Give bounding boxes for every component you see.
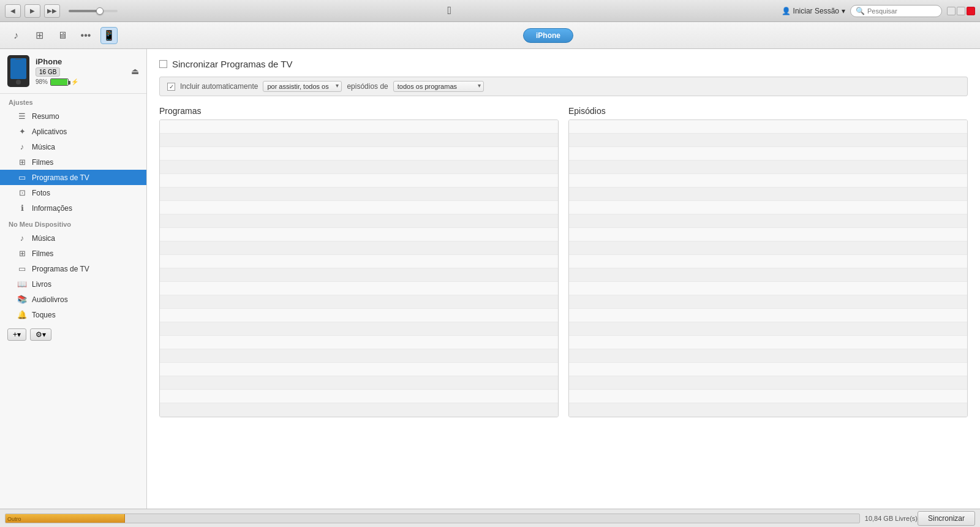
programs-column: Programas xyxy=(159,106,559,417)
list-item[interactable] xyxy=(569,349,967,363)
list-item[interactable] xyxy=(160,376,558,390)
list-item[interactable] xyxy=(160,403,558,417)
list-item[interactable] xyxy=(569,120,967,134)
list-item[interactable] xyxy=(160,268,558,282)
list-item[interactable] xyxy=(160,390,558,403)
maximize-button[interactable] xyxy=(957,7,965,15)
include-auto-checkbox[interactable]: ✓ xyxy=(167,83,175,91)
sidebar-item-fotos[interactable]: ⊡ Fotos xyxy=(0,185,146,200)
list-item[interactable] xyxy=(160,147,558,161)
options-bar: ✓ Incluir automaticamente por assistir, … xyxy=(159,77,968,96)
list-item[interactable] xyxy=(569,268,967,282)
storage-bar-container: Outro 10,84 GB Livre(s) xyxy=(5,514,918,523)
list-item[interactable] xyxy=(569,228,967,241)
more-toolbar-icon[interactable]: ••• xyxy=(77,27,94,44)
signin-button[interactable]: 👤 Iniciar Sessão ▾ xyxy=(782,7,845,15)
list-item[interactable] xyxy=(160,295,558,309)
episodes-type-select[interactable]: por assistir, todos os todos os mais rec… xyxy=(263,81,342,92)
list-item[interactable] xyxy=(160,336,558,349)
list-item[interactable] xyxy=(569,376,967,390)
sidebar-item-resumo[interactable]: ☰ Resumo xyxy=(0,108,146,124)
list-item[interactable] xyxy=(160,161,558,174)
list-item[interactable] xyxy=(569,255,967,268)
status-bar: Outro 10,84 GB Livre(s) Sincronizar xyxy=(0,509,980,527)
grid-toolbar-icon[interactable]: ⊞ xyxy=(31,27,48,44)
list-item[interactable] xyxy=(160,282,558,295)
close-button[interactable] xyxy=(967,7,975,15)
list-item[interactable] xyxy=(569,322,967,336)
sidebar-item-informacoes[interactable]: ℹ Informações xyxy=(0,200,146,216)
play-button[interactable]: ▶ xyxy=(24,4,40,18)
list-item[interactable] xyxy=(569,201,967,214)
settings-button[interactable]: ⚙▾ xyxy=(30,328,51,341)
episodes-type-wrapper[interactable]: por assistir, todos os todos os mais rec… xyxy=(263,81,342,92)
fotos-icon: ⊡ xyxy=(17,188,27,197)
minimize-button[interactable] xyxy=(947,7,956,15)
list-item[interactable] xyxy=(569,282,967,295)
sidebar-item-audiolivros-device[interactable]: 📚 Audiolivros xyxy=(0,292,146,307)
list-item[interactable] xyxy=(160,309,558,322)
search-box[interactable]: 🔍 xyxy=(850,5,942,17)
eject-button[interactable]: ⏏ xyxy=(131,66,139,76)
list-item[interactable] xyxy=(569,241,967,255)
sidebar-item-livros-device[interactable]: 📖 Livros xyxy=(0,276,146,292)
livros-device-icon: 📖 xyxy=(17,279,27,289)
titlebar: ◀ ▶ ▶▶  👤 Iniciar Sessão ▾ 🔍 xyxy=(0,0,980,22)
programs-type-select[interactable]: todos os programas programas selecionado… xyxy=(393,81,484,92)
sidebar-item-programas-tv[interactable]: ▭ Programas de TV xyxy=(0,170,146,185)
list-item[interactable] xyxy=(569,147,967,161)
section-device-label: No Meu Dispositivo xyxy=(0,216,146,230)
sync-checkbox[interactable] xyxy=(159,60,167,68)
list-item[interactable] xyxy=(160,228,558,241)
monitor-toolbar-icon[interactable]: 🖥 xyxy=(54,27,71,44)
sidebar-item-aplicativos[interactable]: ✦ Aplicativos xyxy=(0,124,146,139)
list-item[interactable] xyxy=(160,120,558,134)
list-item[interactable] xyxy=(569,214,967,228)
list-item[interactable] xyxy=(160,241,558,255)
list-item[interactable] xyxy=(569,188,967,201)
device-section: iPhone 16 GB 98% ⚡ ⏏ xyxy=(0,49,146,94)
sidebar-item-filmes-device[interactable]: ⊞ Filmes xyxy=(0,246,146,261)
sidebar-item-musica-device[interactable]: ♪ Música xyxy=(0,230,146,246)
search-input[interactable] xyxy=(867,7,941,15)
device-tab-button[interactable]: iPhone xyxy=(523,28,573,43)
sidebar-item-filmes[interactable]: ⊞ Filmes xyxy=(0,154,146,170)
toques-device-label: Toques xyxy=(32,311,56,319)
storage-outro-segment: Outro xyxy=(6,514,125,523)
device-name: iPhone xyxy=(36,57,125,66)
skip-button[interactable]: ▶▶ xyxy=(44,4,60,18)
list-item[interactable] xyxy=(160,201,558,214)
list-item[interactable] xyxy=(160,322,558,336)
list-item[interactable] xyxy=(160,188,558,201)
list-item[interactable] xyxy=(569,309,967,322)
list-item[interactable] xyxy=(569,174,967,188)
aplicativos-label: Aplicativos xyxy=(32,127,67,136)
include-auto-label: Incluir automaticamente xyxy=(180,82,258,91)
list-item[interactable] xyxy=(160,363,558,376)
section-ajustes-label: Ajustes xyxy=(0,94,146,108)
window-controls xyxy=(947,7,975,15)
volume-slider[interactable] xyxy=(69,10,118,12)
add-button[interactable]: +▾ xyxy=(7,328,26,341)
columns-container: Programas Episódios xyxy=(159,106,968,417)
programs-type-wrapper[interactable]: todos os programas programas selecionado… xyxy=(393,81,484,92)
sidebar-item-musica[interactable]: ♪ Música xyxy=(0,139,146,154)
list-item[interactable] xyxy=(160,174,558,188)
list-item[interactable] xyxy=(160,134,558,147)
list-item[interactable] xyxy=(160,214,558,228)
list-item[interactable] xyxy=(569,363,967,376)
phone-toolbar-icon[interactable]: 📱 xyxy=(100,27,118,44)
music-toolbar-icon[interactable]: ♪ xyxy=(7,27,24,44)
sidebar-item-tv-device[interactable]: ▭ Programas de TV xyxy=(0,261,146,276)
list-item[interactable] xyxy=(569,161,967,174)
back-button[interactable]: ◀ xyxy=(5,4,21,18)
list-item[interactable] xyxy=(160,255,558,268)
sync-button[interactable]: Sincronizar xyxy=(918,511,975,526)
list-item[interactable] xyxy=(160,349,558,363)
list-item[interactable] xyxy=(569,134,967,147)
list-item[interactable] xyxy=(569,336,967,349)
sidebar-item-toques-device[interactable]: 🔔 Toques xyxy=(0,307,146,322)
list-item[interactable] xyxy=(569,390,967,403)
list-item[interactable] xyxy=(569,403,967,417)
list-item[interactable] xyxy=(569,295,967,309)
